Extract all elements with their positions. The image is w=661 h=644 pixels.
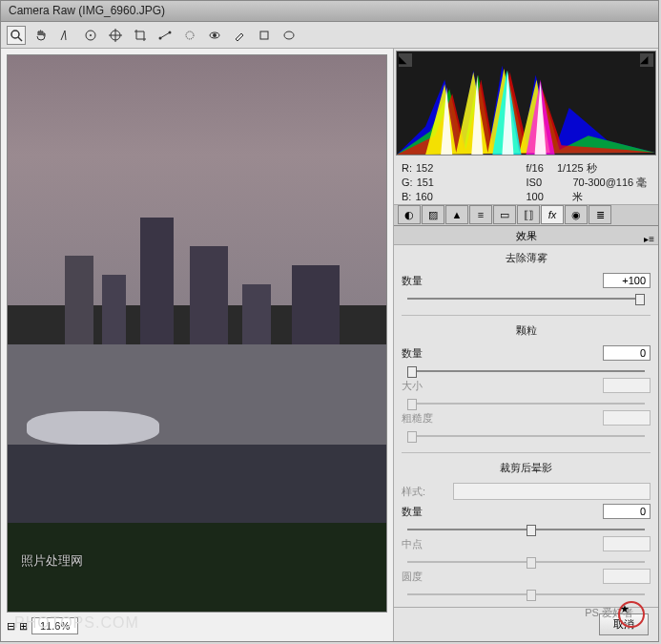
- grain-amount-label: 数量: [402, 346, 447, 361]
- color-sampler-icon[interactable]: [81, 26, 100, 45]
- vignette-round-label: 圆度: [402, 570, 447, 584]
- tab-curve[interactable]: ▨: [422, 205, 444, 224]
- r-label: R:: [402, 161, 412, 176]
- watermark-brand: PHOTOPS.COM: [14, 614, 139, 632]
- radial-filter-icon[interactable]: [279, 26, 299, 45]
- toolbar: [1, 22, 658, 49]
- iso-value: IS0 100: [527, 176, 560, 204]
- white-balance-icon[interactable]: [56, 26, 75, 45]
- spot-removal-icon[interactable]: [180, 26, 199, 45]
- grain-size-slider: [407, 397, 645, 410]
- svg-point-14: [284, 31, 294, 39]
- shadow-clip-icon[interactable]: ◣: [399, 53, 412, 67]
- svg-line-7: [160, 32, 170, 38]
- grain-size-input: [603, 378, 651, 393]
- window-title: Camera Raw (IMG_6960.JPG): [9, 4, 165, 17]
- vignette-amount-input[interactable]: [603, 504, 651, 519]
- adjustment-brush-icon[interactable]: [230, 26, 249, 45]
- shutter-value: 1/125 秒: [557, 161, 597, 176]
- svg-point-0: [11, 31, 19, 38]
- highlight-clip-icon[interactable]: ◢: [640, 53, 653, 67]
- target-adjust-icon[interactable]: [106, 26, 125, 45]
- svg-point-3: [90, 34, 92, 36]
- tab-detail[interactable]: ▲: [445, 205, 468, 224]
- grain-rough-label: 粗糙度: [402, 411, 447, 426]
- svg-point-12: [213, 33, 217, 37]
- svg-point-9: [169, 31, 172, 33]
- straighten-icon[interactable]: [155, 26, 175, 45]
- dehaze-amount-slider[interactable]: [407, 292, 645, 305]
- panel-title: 效果: [516, 230, 537, 241]
- aperture-value: f/16: [527, 161, 544, 176]
- svg-line-1: [18, 37, 22, 41]
- tab-camera[interactable]: ◉: [565, 205, 588, 224]
- vignette-mid-input: [603, 536, 651, 551]
- svg-rect-13: [260, 31, 268, 39]
- dehaze-amount-label: 数量: [402, 274, 447, 288]
- vignette-title: 裁剪后晕影: [402, 461, 651, 475]
- b-value: 160: [415, 190, 432, 204]
- vignette-style-select[interactable]: [453, 483, 651, 500]
- redeye-icon[interactable]: [205, 26, 224, 45]
- vignette-mid-slider: [407, 555, 645, 569]
- crop-tool-icon[interactable]: [131, 26, 150, 45]
- info-readout: R:152 G:151 B:160 f/16 1/125 秒 IS0 100 7…: [394, 157, 658, 205]
- vignette-amount-slider[interactable]: [407, 523, 645, 536]
- dehaze-title: 去除薄雾: [402, 251, 651, 265]
- panel-tabs: ◐ ▨ ▲ ≡ ▭ ⟦⟧ fx ◉ ≣: [394, 205, 658, 226]
- tab-basic[interactable]: ◐: [398, 205, 421, 224]
- watermark-logo-icon: ★: [618, 601, 645, 628]
- grain-rough-input: [603, 410, 651, 426]
- g-label: G:: [402, 176, 413, 190]
- tab-hsl[interactable]: ≡: [469, 205, 492, 224]
- hand-tool-icon[interactable]: [31, 26, 51, 45]
- grain-title: 颗粒: [402, 323, 651, 338]
- dehaze-amount-input[interactable]: [603, 273, 651, 288]
- tab-presets[interactable]: ≣: [589, 205, 611, 224]
- grain-amount-input[interactable]: [603, 345, 651, 361]
- panel-menu-icon[interactable]: ▸≡: [644, 230, 654, 249]
- svg-point-10: [186, 31, 194, 39]
- panel-header: 效果 ▸≡: [394, 226, 658, 245]
- title-bar: Camera Raw (IMG_6960.JPG): [1, 1, 658, 22]
- vignette-mid-label: 中点: [402, 537, 447, 551]
- grain-rough-slider: [407, 429, 645, 443]
- grain-size-label: 大小: [402, 379, 447, 393]
- settings-panel: ◣ ◢ R:152 G:151 B:160: [393, 49, 658, 641]
- svg-point-8: [159, 36, 162, 39]
- r-value: 152: [416, 161, 433, 176]
- b-label: B:: [402, 190, 411, 204]
- zoom-tool-icon[interactable]: [7, 26, 26, 45]
- vignette-round-slider: [407, 588, 645, 601]
- graduated-filter-icon[interactable]: [255, 26, 274, 45]
- g-value: 151: [417, 176, 434, 190]
- tab-effects[interactable]: fx: [541, 205, 564, 224]
- grain-amount-slider[interactable]: [407, 364, 645, 378]
- vignette-style-label: 样式:: [402, 485, 447, 499]
- lens-value: 70-300@116 毫米: [572, 176, 651, 204]
- image-preview[interactable]: 照片处理网: [7, 54, 387, 613]
- histogram[interactable]: ◣ ◢: [396, 51, 656, 156]
- tab-split[interactable]: ▭: [493, 205, 516, 224]
- tab-lens[interactable]: ⟦⟧: [517, 205, 540, 224]
- vignette-round-input: [603, 569, 651, 584]
- vignette-amount-label: 数量: [402, 505, 447, 519]
- watermark-text: 照片处理网: [21, 552, 83, 570]
- preview-pane: 照片处理网 ⊟ ⊞ 11.6% PHOTOPS.COM: [1, 49, 393, 641]
